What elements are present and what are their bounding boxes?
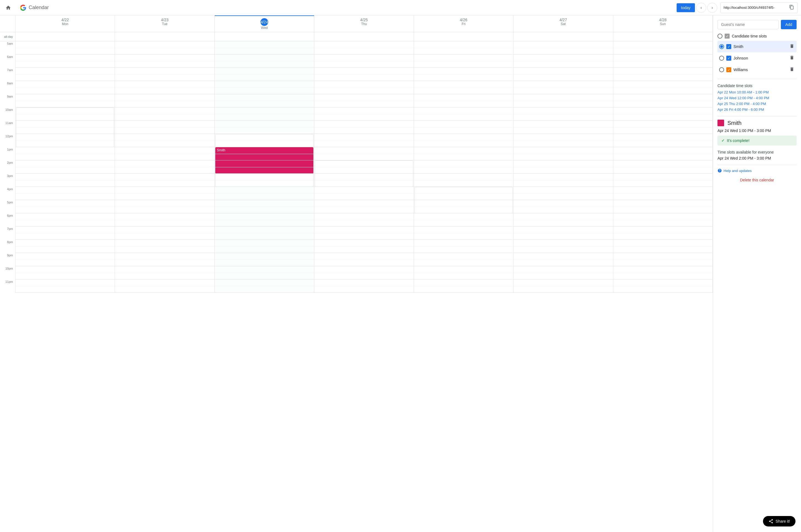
time-label-1pm: 1pm bbox=[0, 147, 15, 160]
time-label-4pm: 4pm bbox=[0, 187, 15, 200]
divider-2 bbox=[718, 116, 797, 116]
day-header-sat: 4/27 Sat bbox=[514, 15, 613, 32]
copy-button[interactable] bbox=[788, 4, 795, 11]
time-label-11pm: 11pm bbox=[0, 280, 15, 293]
calendar-area: 4/22 Mon 4/23 Tue 4/24 Wed 4/25 Thu 4/26… bbox=[0, 15, 713, 532]
time-label-2pm: 2pm bbox=[0, 160, 15, 174]
allday-cell-sun bbox=[613, 32, 713, 41]
candidate-checkbox[interactable]: ✓ bbox=[725, 34, 730, 39]
grid-col-sun[interactable] bbox=[613, 41, 713, 293]
grid-col-mon[interactable] bbox=[15, 41, 115, 293]
time-label-10pm: 10pm bbox=[0, 266, 15, 280]
time-slots-section: Candidate time slots Apr 22 Mon 10:00 AM… bbox=[718, 83, 797, 112]
share-button[interactable]: Share it! bbox=[763, 516, 796, 527]
grid-col-fri[interactable] bbox=[414, 41, 514, 293]
home-button[interactable] bbox=[3, 3, 13, 13]
time-slot-4[interactable]: Apr 26 Fri 4:00 PM - 6:00 PM bbox=[718, 108, 797, 112]
grid-col-sat[interactable] bbox=[514, 41, 613, 293]
smith-checkbox[interactable]: ✓ bbox=[726, 44, 731, 49]
williams-delete-icon[interactable] bbox=[789, 66, 795, 73]
day-date-thu: 4/25 bbox=[315, 18, 412, 22]
app-name-label: Calendar bbox=[28, 5, 49, 11]
day-header-mon: 4/22 Mon bbox=[15, 15, 115, 32]
add-guest-button[interactable]: Add bbox=[781, 20, 797, 29]
time-label-3pm: 3pm bbox=[0, 174, 15, 187]
sidebar: Add ✓ Candidate time slots ✓ Smith bbox=[713, 15, 801, 532]
candidate-header-row: ✓ Candidate time slots bbox=[718, 34, 797, 39]
allday-cell-fri bbox=[414, 32, 514, 41]
smith-color-block bbox=[718, 120, 724, 126]
time-labels: 5am 6am 7am 8am 9am 10am 11am 12pm 1pm 2… bbox=[0, 41, 15, 293]
day-header-thu: 4/25 Thu bbox=[314, 15, 414, 32]
today-button[interactable]: today bbox=[676, 3, 695, 13]
johnson-name: Johnson bbox=[733, 56, 787, 60]
williams-checkbox[interactable]: ✓ bbox=[726, 67, 731, 72]
complete-banner: ✓ It's complete! bbox=[718, 136, 797, 146]
time-label-11am: 11am bbox=[0, 121, 15, 134]
allday-row: all-day bbox=[0, 32, 713, 41]
grid-col-tue[interactable] bbox=[115, 41, 214, 293]
guest-name-input[interactable] bbox=[718, 20, 779, 29]
day-header-fri: 4/26 Fri bbox=[414, 15, 514, 32]
johnson-radio[interactable] bbox=[719, 56, 724, 61]
williams-name: Williams bbox=[733, 68, 787, 72]
time-grid: 5am 6am 7am 8am 9am 10am 11am 12pm 1pm 2… bbox=[0, 41, 713, 293]
day-name-mon: Mon bbox=[17, 22, 114, 26]
next-button[interactable]: › bbox=[707, 3, 717, 13]
topbar: Calendar today ‹ › http://localhost:3000… bbox=[0, 0, 801, 15]
divider-3 bbox=[718, 165, 797, 165]
day-name-tue: Tue bbox=[116, 22, 213, 26]
time-slot-3[interactable]: Apr 25 Thu 2:00 PM - 4:00 PM bbox=[718, 102, 797, 106]
divider-1 bbox=[718, 79, 797, 79]
available-title: Time slots available for everyone bbox=[718, 150, 797, 154]
day-name-fri: Fri bbox=[415, 22, 512, 26]
time-slots-title: Candidate time slots bbox=[718, 83, 797, 88]
help-link[interactable]: Help and updates bbox=[718, 168, 797, 173]
allday-cell-tue bbox=[115, 32, 214, 41]
main-container: 4/22 Mon 4/23 Tue 4/24 Wed 4/25 Thu 4/26… bbox=[0, 15, 801, 532]
delete-calendar-button[interactable]: Delete this calendar bbox=[718, 175, 797, 185]
smith-detail: Smith Apr 24 Wed 1:00 PM - 3:00 PM ✓ It'… bbox=[718, 120, 797, 146]
allday-cell-thu bbox=[314, 32, 414, 41]
time-label-7am: 7am bbox=[0, 68, 15, 81]
time-label-6am: 6am bbox=[0, 55, 15, 68]
day-header-wed: 4/24 Wed bbox=[215, 15, 314, 32]
smith-delete-icon[interactable] bbox=[789, 43, 795, 50]
day-date-tue: 4/23 bbox=[116, 18, 213, 22]
help-icon bbox=[718, 168, 722, 173]
day-date-sun: 4/28 bbox=[614, 18, 711, 22]
day-name-sun: Sun bbox=[614, 22, 711, 26]
johnson-checkbox[interactable]: ✓ bbox=[726, 56, 731, 61]
person-row-williams[interactable]: ✓ Williams bbox=[718, 64, 797, 76]
candidate-label: Candidate time slots bbox=[732, 34, 797, 38]
grid-columns: Smith bbox=[15, 41, 713, 293]
allday-cell-wed bbox=[215, 32, 314, 41]
share-icon bbox=[768, 519, 774, 524]
johnson-delete-icon[interactable] bbox=[789, 55, 795, 62]
grid-col-wed[interactable]: Smith bbox=[215, 41, 314, 293]
time-label-8am: 8am bbox=[0, 81, 15, 94]
url-bar: http://localhost:3000/c/f49374f5- bbox=[721, 2, 798, 13]
time-slot-2[interactable]: Apr 24 Wed 12:00 PM - 4:00 PM bbox=[718, 96, 797, 100]
time-label-7pm: 7pm bbox=[0, 227, 15, 240]
smith-radio[interactable] bbox=[719, 44, 724, 49]
day-date-sat: 4/27 bbox=[515, 18, 612, 22]
smith-header: Smith bbox=[718, 120, 797, 126]
allday-label: all-day bbox=[0, 32, 15, 41]
time-gutter-header bbox=[0, 15, 15, 32]
candidate-radio[interactable] bbox=[718, 34, 722, 39]
app-label-button[interactable]: Calendar bbox=[17, 3, 52, 13]
prev-button[interactable]: ‹ bbox=[696, 3, 706, 13]
time-slot-1[interactable]: Apr 22 Mon 10:00 AM - 1:00 PM bbox=[718, 90, 797, 94]
time-label-6pm: 6pm bbox=[0, 213, 15, 227]
nav-controls: today ‹ › bbox=[676, 3, 717, 13]
time-grid-scroll[interactable]: 5am 6am 7am 8am 9am 10am 11am 12pm 1pm 2… bbox=[0, 41, 713, 532]
person-row-johnson[interactable]: ✓ Johnson bbox=[718, 52, 797, 64]
person-row-smith[interactable]: ✓ Smith bbox=[718, 41, 797, 52]
smith-detail-name: Smith bbox=[727, 120, 742, 126]
williams-radio[interactable] bbox=[719, 67, 724, 72]
grid-col-thu[interactable] bbox=[314, 41, 414, 293]
allday-cell-sat bbox=[514, 32, 613, 41]
time-label-5pm: 5pm bbox=[0, 200, 15, 213]
time-label-9pm: 9pm bbox=[0, 253, 15, 266]
